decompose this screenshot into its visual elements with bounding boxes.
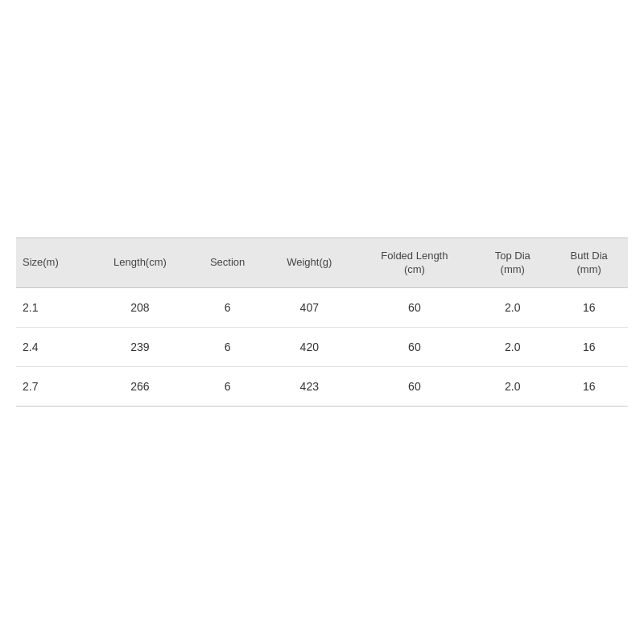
header-size: Size(m) [16,238,89,288]
header-butt-dia: Butt Dia (mm) [550,238,628,288]
cell-weight-1: 407 [265,288,354,328]
header-top-dia: Top Dia (mm) [475,238,550,288]
cell-section-3: 6 [190,367,264,407]
cell-length-2: 239 [89,328,190,367]
cell-section-1: 6 [190,288,264,328]
specs-table-container: Size(m) Length(cm) Section Weight(g) Fol… [16,237,628,407]
header-weight: Weight(g) [265,238,354,288]
cell-butt-dia-1: 16 [550,288,628,328]
cell-top-dia-2: 2.0 [475,328,550,367]
table-row: 2.7 266 6 423 60 2.0 16 [16,367,628,407]
cell-length-3: 266 [89,367,190,407]
table-header-row: Size(m) Length(cm) Section Weight(g) Fol… [16,238,628,288]
cell-folded-3: 60 [354,367,475,407]
cell-folded-1: 60 [354,288,475,328]
cell-top-dia-3: 2.0 [475,367,550,407]
cell-size-2: 2.4 [16,328,89,367]
table-row: 2.1 208 6 407 60 2.0 16 [16,288,628,328]
cell-weight-2: 420 [265,328,354,367]
cell-butt-dia-2: 16 [550,328,628,367]
cell-section-2: 6 [190,328,264,367]
header-section: Section [190,238,264,288]
specs-table: Size(m) Length(cm) Section Weight(g) Fol… [16,238,628,407]
cell-folded-2: 60 [354,328,475,367]
cell-size-3: 2.7 [16,367,89,407]
cell-top-dia-1: 2.0 [475,288,550,328]
cell-size-1: 2.1 [16,288,89,328]
header-length: Length(cm) [89,238,190,288]
cell-butt-dia-3: 16 [550,367,628,407]
header-folded-length: Folded Length (cm) [354,238,475,288]
cell-weight-3: 423 [265,367,354,407]
cell-length-1: 208 [89,288,190,328]
table-row: 2.4 239 6 420 60 2.0 16 [16,328,628,367]
